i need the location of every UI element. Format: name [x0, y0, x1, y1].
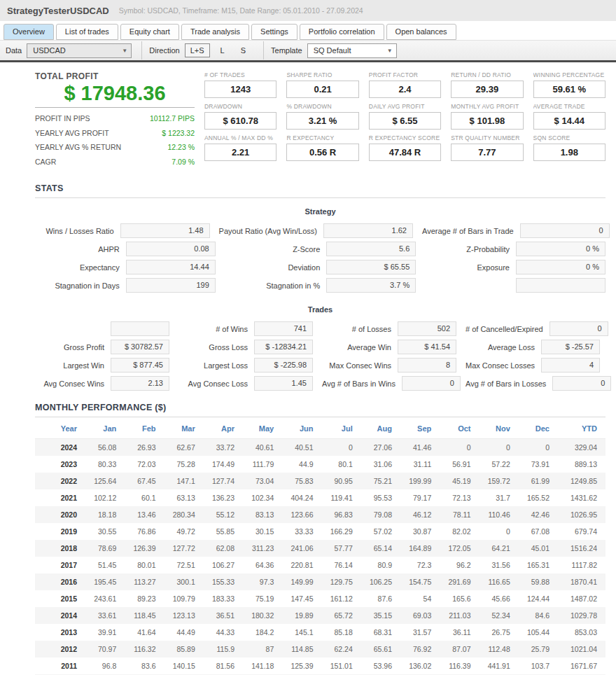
stat-value-box: 2.13	[111, 376, 169, 391]
month-value-cell: 103.7	[519, 657, 558, 674]
direction-button-s[interactable]: S	[235, 43, 251, 57]
total-profit-panel: TOTAL PROFIT $ 17948.36 PROFIT IN PIPS10…	[35, 71, 195, 172]
tab-settings[interactable]: Settings	[251, 24, 298, 40]
stat-label: Max Consec Wins	[322, 361, 398, 370]
month-value-cell: 55.12	[204, 506, 243, 523]
month-value-cell: 113.27	[125, 573, 164, 590]
stat-value-box: 0	[402, 376, 461, 391]
month-value-cell: 31.7	[479, 489, 519, 506]
stat-value-box: 1.62	[323, 223, 413, 238]
profit-row-label: YEARLY AVG % RETURN	[35, 143, 121, 151]
month-value-cell: 59.88	[519, 573, 558, 590]
table-row: 201751.4580.0172.51106.2764.36220.8176.1…	[35, 557, 606, 573]
stat-label: Gross Loss	[178, 343, 254, 352]
stat-value-box: 14.44	[126, 260, 216, 274]
month-value-cell: 184.2	[243, 624, 282, 641]
stat-of-losses: # of Losses502	[322, 321, 456, 336]
month-value-cell: 404.24	[282, 489, 321, 506]
year-cell: 2013	[35, 624, 85, 641]
chevron-down-icon: ▼	[387, 48, 393, 54]
tab-overview[interactable]: Overview	[4, 24, 54, 40]
profit-row-value: $ 1223.32	[162, 129, 195, 137]
stat-value-box: 502	[398, 321, 456, 336]
stat-label: Avg Consec Wins	[35, 380, 111, 388]
tab-list-of-trades[interactable]: List of trades	[56, 24, 118, 40]
month-value-cell: 33.33	[282, 523, 321, 540]
month-value-cell: 853.03	[558, 624, 606, 641]
metric-label: # OF TRADES	[204, 71, 276, 78]
month-value-cell: 64.21	[479, 540, 519, 557]
month-value-cell: 73.91	[519, 456, 558, 473]
column-header-dec: Dec	[519, 419, 558, 439]
stat-stagnation-in: Stagnation in %3.7 %	[225, 278, 416, 293]
month-value-cell: 127.72	[164, 540, 204, 557]
year-cell: 2022	[35, 473, 85, 489]
month-value-cell: 54	[400, 590, 440, 607]
stat-gross-loss: Gross Loss$ -12834.21	[178, 340, 313, 354]
table-row: 201339.9141.6444.4944.33184.2145.185.186…	[35, 624, 606, 641]
stat-label: Deviation	[225, 263, 327, 272]
divider	[35, 107, 195, 108]
metric-label: ANNUAL % / MAX DD %	[204, 134, 276, 141]
tab-trade-analysis[interactable]: Trade analysis	[181, 24, 249, 40]
metric-value-box: 59.61 %	[533, 81, 606, 98]
stat-label: Avg # of Bars in Wins	[322, 380, 402, 388]
month-value-cell: 0	[519, 439, 558, 457]
stats-row: Stagnation in Days199Stagnation in %3.7 …	[35, 278, 606, 293]
month-value-cell: 45.66	[479, 590, 519, 607]
month-value-cell: 114.85	[282, 641, 321, 657]
month-value-cell: 311.23	[243, 540, 282, 557]
stat-wins-losses-ratio: Wins / Losses Ratio1.48	[35, 223, 210, 238]
month-value-cell: 106.27	[204, 557, 243, 573]
month-value-cell: 145.1	[282, 624, 321, 641]
month-value-cell: 73.04	[243, 473, 282, 489]
month-value-cell: 1870.41	[558, 573, 606, 590]
month-value-cell: 124.44	[519, 590, 558, 607]
month-value-cell: 149.99	[282, 573, 321, 590]
month-value-cell: 18.18	[85, 506, 125, 523]
month-value-cell: 136.23	[204, 489, 243, 506]
stat-label: Average Loss	[465, 343, 541, 352]
tab-equity-chart[interactable]: Equity chart	[120, 24, 179, 40]
stat-label: Expectancy	[35, 263, 126, 272]
template-select[interactable]: SQ Default ▼	[307, 43, 397, 58]
month-value-cell: 75.19	[243, 590, 282, 607]
metric-label: SQN SCORE	[533, 134, 606, 141]
month-value-cell: 1431.62	[558, 489, 606, 506]
direction-button-l[interactable]: L	[215, 43, 230, 57]
month-value-cell: 41.46	[400, 439, 440, 457]
metric-value-box: 7.77	[451, 144, 523, 161]
metric-drawdown: DRAWDOWN$ 610.78	[204, 103, 276, 130]
month-value-cell: 62.24	[322, 641, 361, 657]
profit-row-label: PROFIT IN PIPS	[35, 114, 90, 123]
month-value-cell: 154.75	[400, 573, 440, 590]
month-value-cell: 83.6	[125, 657, 164, 674]
month-value-cell: 72.51	[164, 557, 204, 573]
stats-row: AHPR0.08Z-Score5.6Z-Probability0 %	[35, 242, 606, 256]
metrics-grid: # OF TRADES1243SHARPE RATIO0.21PROFIT FA…	[204, 71, 606, 172]
month-value-cell: 119.41	[322, 489, 361, 506]
month-value-cell: 42.46	[519, 506, 558, 523]
table-row: 2016195.45113.27300.1155.3397.3149.99129…	[35, 573, 606, 590]
stat-value-box: 0.08	[126, 242, 216, 256]
metric-value-box: 47.84 R	[369, 144, 441, 161]
direction-button-l-s[interactable]: L+S	[185, 43, 210, 57]
month-value-cell: 109.79	[164, 590, 204, 607]
table-row: 2021102.1260.163.13136.23102.34404.24119…	[35, 489, 606, 506]
month-value-cell: 291.69	[440, 573, 479, 590]
tab-open-balances[interactable]: Open balances	[386, 24, 456, 40]
month-value-cell: 174.49	[204, 456, 243, 473]
stat-value-box	[516, 278, 606, 293]
data-select[interactable]: USDCAD ▼	[27, 43, 132, 58]
stat-empty	[425, 278, 606, 293]
month-value-cell: 40.61	[243, 439, 282, 457]
stat-avg-consec-wins: Avg Consec Wins2.13	[35, 376, 169, 391]
tab-portfolio-correlation[interactable]: Portfolio correlation	[300, 24, 384, 40]
month-value-cell: 1487.02	[558, 590, 606, 607]
metric-average-trade: AVERAGE TRADE$ 14.44	[533, 103, 606, 130]
month-value-cell: 57.77	[322, 540, 361, 557]
stat-value-box: 0 %	[516, 242, 606, 256]
month-value-cell: 85.18	[322, 624, 361, 641]
month-value-cell: 125.64	[85, 473, 125, 489]
year-cell: 2014	[35, 607, 85, 624]
